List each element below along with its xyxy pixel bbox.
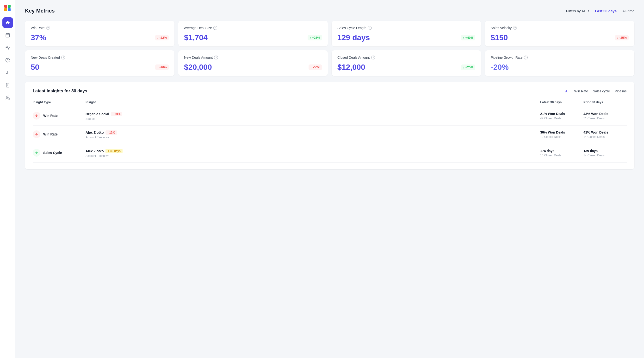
sidebar-item-home[interactable] [2,17,13,28]
prior-cell-row3: 139 days 14 Closed Deals [584,149,627,157]
svg-rect-1 [8,5,10,8]
all-time-button[interactable]: All-time [622,9,634,13]
metric-change-new-deals-amount: ↓ -50% [308,65,322,70]
metric-card-closed-deals-amount: Closed Deals Amount ? $12,000 ↑ +25% [332,50,481,76]
help-icon-closed-deals-amount: ? [371,56,375,59]
metric-card-pipeline-growth-rate: Pipeline Growth Rate ? -20% [485,50,634,76]
help-icon-pipeline-growth-rate: ? [524,56,528,59]
metrics-grid-row2: New Deals Created ? 50 ↓ -20% New Deals … [25,50,634,76]
metric-label-pipeline-growth-rate: Pipeline Growth Rate ? [491,56,628,59]
latest-cell-row1: 21% Won Deals 42 Closed Deals [540,112,584,120]
insight-type-cell-row3: Sales Cycle [33,149,86,157]
latest-sub-row3: 10 Closed Deals [540,154,584,157]
insight-name-row2: Alex Zlotko - 12% [86,130,540,135]
metric-value-avg-deal-size: $1,704 [184,33,208,42]
prior-sub-row1: 51 Closed Deals [584,117,627,120]
metric-label-closed-deals-amount: Closed Deals Amount ? [338,56,475,59]
sidebar-item-metrics[interactable] [2,67,13,78]
sidebar-item-calendar[interactable] [2,30,13,40]
col-header-prior: Prior 30 days [584,100,627,104]
main-content: Key Metrics Filters by AE ▾ Last 30 days… [16,0,644,358]
insight-sub-row2: Account Executive [86,136,540,139]
metric-card-avg-deal-size: Average Deal Size ? $1,704 ↑ +25% [178,21,328,46]
last-30-days-button[interactable]: Last 30 days [595,9,616,13]
insight-badge-row2: - 12% [106,130,117,135]
app-logo [3,4,12,13]
prior-cell-row2: 41% Won Deals 14 Closed Deals [584,130,627,139]
metric-change-win-rate: ↓ -22% [155,35,169,40]
insight-direction-icon-row3 [33,149,40,157]
metric-change-avg-deal-size: ↑ +25% [308,35,322,40]
insights-table: Insight Type Insight Latest 30 days Prio… [33,100,627,163]
metric-value-new-deals-amount: $20,000 [184,63,212,72]
sidebar-item-tasks[interactable] [2,80,13,90]
insight-content-row1: Organic Social - 50% Source [86,112,540,120]
insight-type-label-row2: Win Rate [43,132,58,136]
filter-winrate-button[interactable]: Win Rate [574,89,588,93]
metric-value-closed-deals-amount: $12,000 [338,63,365,72]
page-title: Key Metrics [25,8,55,14]
metric-card-sales-velocity: Sales Velocity ? $150 ↓ -25% [485,21,634,46]
metric-card-win-rate: Win Rate ? 37% ↓ -22% [25,21,174,46]
latest-sub-row2: 10 Closed Deals [540,135,584,139]
insight-sub-row3: Account Executive [86,154,540,157]
prior-primary-row2: 41% Won Deals [584,130,627,134]
metric-value-row-new-deals-created: 50 ↓ -20% [31,63,169,72]
metric-value-row-avg-deal-size: $1,704 ↑ +25% [184,33,322,42]
metric-change-sales-velocity: ↓ -25% [615,35,628,40]
metric-value-row-closed-deals-amount: $12,000 ↑ +25% [338,63,475,72]
metric-label-sales-cycle-length: Sales Cycle Length ? [338,26,475,30]
prior-primary-row1: 43% Won Deals [584,112,627,116]
metric-value-pipeline-growth-rate: -20% [491,63,509,72]
help-icon-sales-velocity: ? [513,26,517,30]
insight-content-row3: Alex Zlotko + 35 days Account Executive [86,149,540,157]
filters-by-ae-button[interactable]: Filters by AE ▾ [566,9,589,13]
svg-rect-0 [4,5,7,8]
help-icon-sales-cycle-length: ? [368,26,372,30]
sidebar-item-reports[interactable] [2,42,13,53]
prior-sub-row2: 14 Closed Deals [584,135,627,139]
table-header: Insight Type Insight Latest 30 days Prio… [33,100,627,107]
insight-direction-icon-row1 [33,112,40,120]
sidebar-item-analytics[interactable] [2,55,13,65]
metric-value-sales-velocity: $150 [491,33,508,42]
metric-value-row-win-rate: 37% ↓ -22% [31,33,169,42]
sidebar-item-team[interactable] [2,92,13,103]
svg-rect-4 [6,34,9,37]
prior-primary-row3: 139 days [584,149,627,153]
insight-row-row1: Win Rate Organic Social - 50% Source 21%… [33,107,627,126]
latest-primary-row3: 174 days [540,149,584,153]
help-icon-new-deals-amount: ? [214,56,218,59]
metric-value-row-sales-velocity: $150 ↓ -25% [491,33,628,42]
insights-header: Latest Insights for 30 days All Win Rate… [33,89,627,94]
chevron-down-icon: ▾ [588,9,589,13]
insight-type-label-row3: Sales Cycle [43,151,62,155]
latest-primary-row2: 36% Won Deals [540,130,584,134]
metric-value-sales-cycle-length: 129 days [338,33,370,42]
insights-filters: All Win Rate Sales cycle Pipeline [565,89,627,93]
latest-cell-row2: 36% Won Deals 10 Closed Deals [540,130,584,139]
metric-value-row-new-deals-amount: $20,000 ↓ -50% [184,63,322,72]
filter-salescycle-button[interactable]: Sales cycle [593,89,610,93]
page-header: Key Metrics Filters by AE ▾ Last 30 days… [25,8,634,14]
insights-rows: Win Rate Organic Social - 50% Source 21%… [33,107,627,163]
filter-all-button[interactable]: All [565,89,570,93]
svg-rect-3 [8,8,10,11]
help-icon-new-deals-created: ? [61,56,65,59]
prior-sub-row3: 14 Closed Deals [584,154,627,157]
filter-pipeline-button[interactable]: Pipeline [615,89,627,93]
insight-badge-row1: - 50% [111,112,122,116]
metric-change-new-deals-created: ↓ -20% [155,65,169,70]
prior-cell-row1: 43% Won Deals 51 Closed Deals [584,112,627,120]
insight-name-row1: Organic Social - 50% [86,112,540,116]
metric-change-closed-deals-amount: ↑ +25% [461,65,475,70]
insights-section: Latest Insights for 30 days All Win Rate… [25,82,634,169]
insight-row-row2: Win Rate Alex Zlotko - 12% Account Execu… [33,126,627,144]
latest-sub-row1: 42 Closed Deals [540,117,584,120]
insights-title: Latest Insights for 30 days [33,89,87,94]
metric-label-sales-velocity: Sales Velocity ? [491,26,628,30]
insight-content-row2: Alex Zlotko - 12% Account Executive [86,130,540,139]
metric-card-new-deals-amount: New Deals Amount ? $20,000 ↓ -50% [178,50,328,76]
insight-type-cell-row1: Win Rate [33,112,86,120]
header-controls: Filters by AE ▾ Last 30 days All-time [566,9,634,13]
